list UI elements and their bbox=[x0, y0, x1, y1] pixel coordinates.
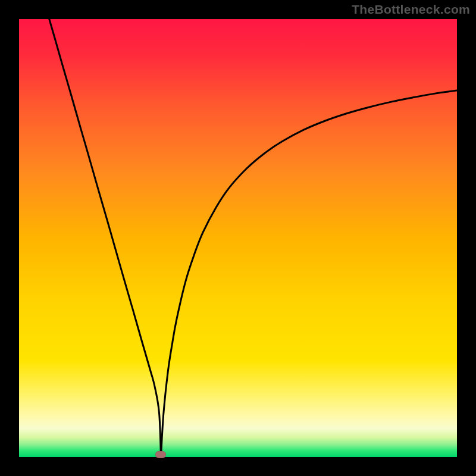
optimum-marker bbox=[155, 451, 166, 458]
chart-frame: TheBottleneck.com bbox=[0, 0, 476, 476]
plot-area bbox=[19, 19, 457, 457]
watermark-text: TheBottleneck.com bbox=[352, 2, 470, 17]
gradient-background bbox=[19, 19, 457, 457]
bottleneck-curve-chart bbox=[19, 19, 457, 457]
